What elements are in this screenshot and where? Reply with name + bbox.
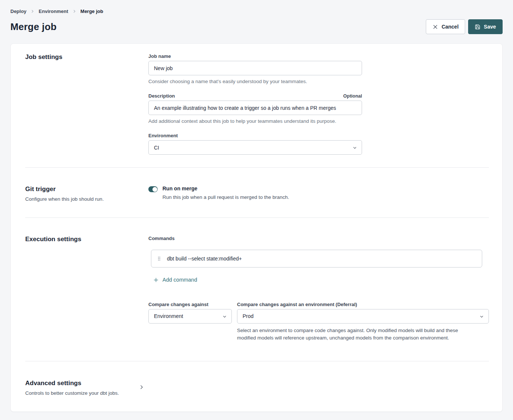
git-trigger-subheading: Configure when this job should run. bbox=[25, 196, 148, 202]
toggle-knob bbox=[152, 187, 157, 192]
description-label: Description bbox=[148, 93, 175, 99]
section-advanced-settings: Advanced settings Controls to better cus… bbox=[25, 361, 489, 411]
cancel-button[interactable]: Cancel bbox=[426, 19, 465, 34]
close-icon bbox=[433, 24, 438, 30]
commands-label: Commands bbox=[148, 236, 489, 241]
run-on-merge-row: Run on merge Run this job when a pull re… bbox=[148, 186, 489, 200]
deferral-field: Compare changes against an environment (… bbox=[237, 302, 489, 342]
description-helper: Add additional context about this job to… bbox=[148, 118, 362, 124]
compare-changes-select[interactable]: Environment bbox=[148, 309, 232, 324]
job-name-label: Job name bbox=[148, 53, 362, 59]
compare-changes-label: Compare changes against bbox=[148, 302, 232, 307]
run-on-merge-label: Run on merge bbox=[162, 186, 289, 191]
page-header: Merge job Cancel Save bbox=[10, 19, 503, 34]
advanced-settings-heading: Advanced settings bbox=[25, 380, 148, 387]
save-icon bbox=[475, 24, 480, 30]
save-button-label: Save bbox=[484, 24, 496, 30]
compare-row: Compare changes against Environment Comp… bbox=[148, 302, 489, 342]
breadcrumb-merge-job: Merge job bbox=[80, 9, 103, 14]
cancel-button-label: Cancel bbox=[441, 24, 458, 30]
git-trigger-heading: Git trigger bbox=[25, 186, 148, 193]
run-on-merge-description: Run this job when a pull request is merg… bbox=[162, 194, 289, 200]
execution-settings-heading: Execution settings bbox=[25, 236, 148, 243]
command-input[interactable]: dbt build --select state:modified+ bbox=[167, 256, 242, 262]
breadcrumb: Deploy Environment Merge job bbox=[10, 0, 503, 14]
environment-label: Environment bbox=[148, 133, 362, 138]
drag-handle-icon[interactable] bbox=[155, 255, 163, 263]
plus-icon bbox=[153, 277, 159, 283]
job-settings-heading: Job settings bbox=[25, 53, 148, 61]
add-command-button[interactable]: Add command bbox=[153, 277, 197, 283]
job-settings-card: Job settings Job name Consider choosing … bbox=[10, 43, 503, 412]
section-job-settings: Job settings Job name Consider choosing … bbox=[25, 44, 489, 167]
header-actions: Cancel Save bbox=[426, 19, 503, 34]
page-title: Merge job bbox=[10, 21, 57, 33]
add-command-label: Add command bbox=[162, 277, 197, 283]
deferral-helper: Select an environment to compare code ch… bbox=[237, 327, 478, 342]
breadcrumb-environment[interactable]: Environment bbox=[39, 9, 68, 14]
expand-advanced-chevron-right-icon[interactable] bbox=[139, 384, 144, 390]
merge-job-page: Deploy Environment Merge job Merge job C… bbox=[0, 0, 513, 412]
description-optional-tag: Optional bbox=[343, 93, 362, 99]
chevron-right-icon bbox=[72, 9, 76, 13]
job-name-input[interactable] bbox=[148, 61, 362, 75]
environment-select[interactable]: CI bbox=[148, 140, 362, 155]
job-name-helper: Consider choosing a name that's easily u… bbox=[148, 79, 362, 84]
deferral-label: Compare changes against an environment (… bbox=[237, 302, 489, 307]
compare-changes-field: Compare changes against Environment bbox=[148, 302, 232, 342]
advanced-settings-subheading: Controls to better customize your dbt jo… bbox=[25, 390, 148, 396]
job-name-field: Job name Consider choosing a name that's… bbox=[148, 53, 362, 84]
environment-field: Environment CI bbox=[148, 133, 362, 155]
description-field: Description Optional Add additional cont… bbox=[148, 93, 362, 124]
section-execution-settings: Execution settings Commands dbt build --… bbox=[25, 218, 489, 361]
breadcrumb-deploy[interactable]: Deploy bbox=[10, 9, 26, 14]
deferral-select[interactable]: Prod bbox=[237, 309, 489, 324]
save-button[interactable]: Save bbox=[468, 19, 503, 34]
chevron-right-icon bbox=[30, 9, 34, 13]
command-row: dbt build --select state:modified+ bbox=[151, 250, 482, 268]
section-git-trigger: Git trigger Configure when this job shou… bbox=[25, 168, 489, 217]
description-input[interactable] bbox=[148, 101, 362, 115]
run-on-merge-toggle[interactable] bbox=[148, 186, 158, 192]
